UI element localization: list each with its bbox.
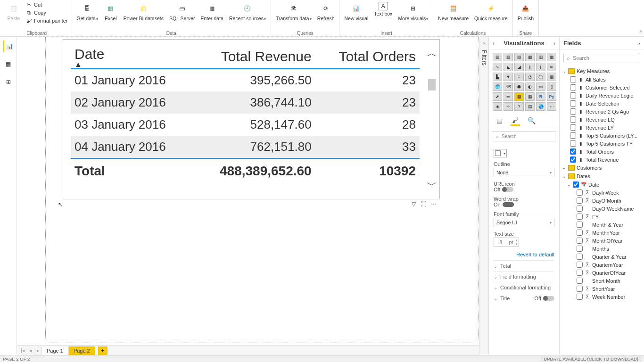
focus-icon[interactable]: ⛶ — [421, 201, 426, 207]
field-monthnyear[interactable]: ΣMonthnYear — [566, 229, 644, 237]
expand-icon[interactable]: › — [553, 40, 555, 47]
viz-100-bar[interactable]: ▥ — [536, 53, 545, 61]
field-dayofweekname[interactable]: DayOfWeekName — [566, 205, 644, 213]
viz-stacked-column[interactable]: ▥ — [504, 53, 513, 61]
report-view-button[interactable]: 📊 — [3, 41, 14, 52]
visual-scrollbar[interactable]: ︿ ﹀ — [426, 46, 438, 192]
fields-search[interactable]: ⌕ Search — [563, 53, 640, 63]
viz-treemap[interactable]: ▦ — [547, 73, 556, 81]
field-checkbox[interactable] — [570, 148, 576, 155]
tab-nav-first[interactable]: |◂ — [19, 348, 26, 353]
word-wrap-toggle[interactable]: On — [494, 202, 554, 207]
field-dayofmonth[interactable]: ΣDayOfMonth — [566, 197, 644, 205]
fields-tab-icon[interactable]: ▦ — [495, 115, 504, 126]
text-box-button[interactable]: AText box — [372, 1, 394, 17]
expand-icon[interactable]: › — [638, 40, 640, 47]
viz-filled-map[interactable]: 🗺 — [504, 82, 513, 91]
excel-button[interactable]: ▦Excel — [102, 1, 120, 22]
scroll-up-icon[interactable]: ︿ — [427, 46, 437, 60]
field-checkbox[interactable] — [577, 238, 583, 244]
section-conditional-formatting[interactable]: ⌄Conditional formatting — [494, 282, 554, 293]
filter-icon[interactable]: ▽ — [412, 201, 416, 207]
viz-clustered-bar[interactable]: ▤ — [514, 53, 524, 61]
field-revenue-2-qs-ago[interactable]: ▮Revenue 2 Qs Ago — [560, 107, 644, 115]
copy-button[interactable]: ⧉Copy — [25, 9, 69, 16]
viz-area[interactable]: ◣ — [504, 63, 513, 71]
col-revenue[interactable]: Total Revenue — [193, 44, 315, 68]
field-total-revenue[interactable]: ▮Total Revenue — [560, 156, 644, 164]
field-date-selection[interactable]: ▮Date Selection — [560, 99, 644, 107]
field-quarter-year[interactable]: Quarter & Year — [566, 253, 644, 261]
viz-line[interactable]: ∿ — [493, 63, 502, 71]
viz-paginated[interactable]: ▤ — [525, 102, 535, 111]
field-checkbox[interactable] — [577, 222, 583, 228]
expand-filters-icon[interactable]: ‹ — [483, 40, 485, 45]
recent-sources-button[interactable]: 🕘Recent sources▾ — [227, 1, 268, 22]
section-total[interactable]: ⌄Total — [494, 260, 554, 271]
viz-shape-map[interactable]: ⬢ — [514, 82, 524, 91]
more-options-icon[interactable]: ⋯ — [431, 201, 437, 207]
field-checkbox[interactable] — [577, 278, 583, 284]
font-family-dropdown[interactable]: Segoe UI▾ — [494, 218, 554, 227]
viz-stacked-area[interactable]: ◢ — [514, 63, 524, 71]
viz-slicer[interactable]: ☰ — [504, 92, 513, 101]
field-checkbox[interactable] — [570, 84, 576, 90]
field-revenue-lq[interactable]: ▮Revenue LQ — [560, 115, 644, 123]
format-tab-icon[interactable]: 🖌 — [511, 115, 520, 126]
field-date-hierarchy[interactable]: ⌄📅Date — [560, 181, 644, 189]
section-field-formatting[interactable]: ⌄Field formatting — [494, 271, 554, 282]
viz-stacked-bar[interactable]: ▥ — [493, 53, 502, 61]
table-visual[interactable]: Date▲ Total Revenue Total Orders 01 Janu… — [63, 39, 440, 199]
scroll-thumb[interactable] — [428, 79, 436, 90]
spinner-icon[interactable]: ▴▾ — [514, 239, 519, 246]
field-months[interactable]: Months — [566, 245, 644, 253]
page-tab-1[interactable]: Page 1 — [41, 346, 68, 355]
field-checkbox[interactable] — [577, 294, 583, 300]
field-shortyear[interactable]: ΣShortYear — [566, 285, 644, 293]
publish-button[interactable]: 📤Publish — [516, 1, 536, 22]
color-dropdown[interactable]: ▾ — [494, 149, 507, 157]
scroll-down-icon[interactable]: ﹀ — [427, 178, 437, 192]
field-customer-selected[interactable]: ▮Customer Selected — [560, 83, 644, 91]
field-daily-revenue-logic[interactable]: ▮Daily Revenue Logic — [560, 91, 644, 99]
field-revenue-ly[interactable]: ▮Revenue LY — [560, 123, 644, 132]
viz-kpi[interactable]: ⬈ — [493, 92, 502, 101]
col-date[interactable]: Date▲ — [71, 44, 193, 68]
field-checkbox[interactable] — [577, 246, 583, 252]
collapse-ribbon-icon[interactable]: ^ — [639, 29, 642, 36]
page-tab-2[interactable]: Page 2 — [68, 346, 95, 355]
field-checkbox[interactable] — [570, 108, 576, 115]
tab-nav-next[interactable]: ▸ — [34, 348, 41, 353]
viz-100-column[interactable]: ▦ — [547, 53, 556, 61]
new-visual-button[interactable]: 📊New visual — [342, 1, 370, 22]
field-checkbox[interactable] — [577, 262, 583, 268]
quick-measure-button[interactable]: ⚡Quick measure — [472, 1, 510, 22]
add-page-button[interactable]: + — [98, 346, 107, 355]
viz-matrix[interactable]: ▦ — [525, 92, 535, 101]
sql-server-button[interactable]: 🗃SQL Server — [167, 1, 197, 22]
transform-data-button[interactable]: 🛠Transform data▾ — [274, 1, 314, 22]
field-short-month[interactable]: Short Month — [566, 277, 644, 285]
table-key-measures[interactable]: ⌄Key Measures — [560, 67, 644, 75]
field-checkbox[interactable] — [577, 270, 583, 276]
viz-python[interactable]: Py — [547, 92, 556, 101]
refresh-button[interactable]: ⟳Refresh — [315, 1, 337, 22]
viz-scatter[interactable]: ∴ — [514, 73, 524, 81]
update-notification[interactable]: UPDATE AVAILABLE (CLICK TO DOWNLOAD) — [541, 356, 641, 362]
field-checkbox[interactable] — [573, 181, 579, 188]
viz-pie[interactable]: ◔ — [525, 73, 535, 81]
field-month-year[interactable]: Month & Year — [566, 221, 644, 229]
viz-map[interactable]: 🌐 — [493, 82, 502, 91]
field-checkbox[interactable] — [570, 132, 576, 139]
get-data-button[interactable]: 🗄Get data▾ — [75, 1, 100, 22]
field-quarternyear[interactable]: ΣQuarternYear — [566, 261, 644, 269]
page-sheet[interactable]: Date▲ Total Revenue Total Orders 01 Janu… — [45, 37, 479, 343]
data-view-button[interactable]: ▦ — [3, 58, 14, 70]
format-search[interactable]: ⌕ Search — [493, 131, 555, 141]
viz-more[interactable]: ⋯ — [547, 102, 556, 111]
field-week-number[interactable]: ΣWeek Number — [566, 293, 644, 301]
viz-line-column[interactable]: ⫿ — [525, 63, 535, 71]
field-monthofyear[interactable]: ΣMonthOfYear — [566, 237, 644, 245]
viz-decomposition[interactable]: ⊹ — [504, 102, 513, 111]
table-dates[interactable]: ⌄Dates — [560, 172, 644, 181]
